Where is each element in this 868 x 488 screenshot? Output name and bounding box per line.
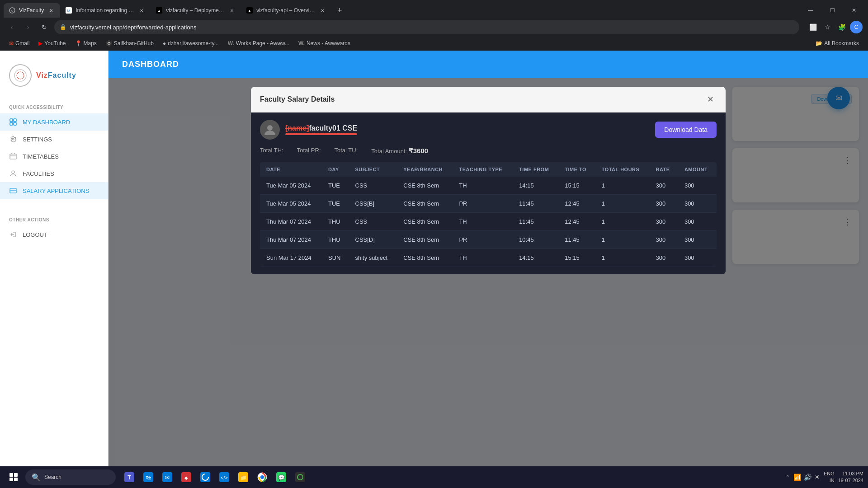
download-data-button[interactable]: Download Data — [655, 122, 717, 138]
cell-time_to-2: 12:45 — [558, 213, 595, 231]
taskbar: 🔍 Search T 🛍 ✉ ◆ </> 📁 💬 — [0, 466, 868, 488]
salary-label: SALARY APPLICATIONS — [23, 188, 89, 194]
bookmark-gmail[interactable]: ✉ Gmail — [5, 39, 33, 48]
tab-gmail[interactable]: M Information regarding VizFacul... ✕ — [60, 3, 151, 18]
taskbar-explorer[interactable]: 📁 — [234, 468, 252, 486]
bookmark-github[interactable]: ⚙ Saifkhan-GitHub — [102, 39, 157, 48]
sidebar-item-logout[interactable]: LOGOUT — [0, 226, 108, 243]
close-button[interactable]: ✕ — [844, 3, 864, 18]
svg-rect-15 — [10, 154, 16, 159]
sidebar-item-timetables[interactable]: TIMETABLES — [0, 148, 108, 165]
col-time-from: TIME FROM — [513, 162, 558, 177]
taskbar-vscode[interactable]: </> — [215, 468, 233, 486]
taskbar-teams[interactable]: T — [120, 468, 138, 486]
cell-day-0: TUE — [322, 177, 349, 195]
lock-icon: 🔒 — [60, 24, 66, 30]
logo-faculty: Faculty — [48, 71, 76, 79]
tab-deployment[interactable]: ▲ vizfaculty – Deployment Overvi... ✕ — [151, 3, 241, 18]
faculty-avatar — [260, 120, 280, 140]
cell-amount-0: 300 — [678, 177, 717, 195]
taskbar-app5[interactable] — [291, 468, 309, 486]
chevron-up-icon[interactable]: ⌃ — [786, 474, 790, 480]
bookmark-all[interactable]: 📂 All Bookmarks — [812, 39, 863, 48]
col-time-to: TIME TO — [558, 162, 595, 177]
tab-label-1: VizFaculty — [19, 7, 44, 14]
taskbar-right: ⌃ 📶 🔊 ☀ ENG IN 11:03 PM 19-07-2024 — [786, 470, 863, 484]
tab-close-2[interactable]: ✕ — [138, 7, 145, 14]
start-button[interactable] — [5, 468, 23, 486]
clock[interactable]: 11:03 PM 19-07-2024 — [838, 470, 863, 484]
svg-text:T: T — [127, 474, 131, 481]
tab-close-1[interactable]: ✕ — [47, 7, 55, 14]
svg-text:M: M — [67, 9, 71, 13]
profile-button[interactable]: C — [850, 21, 863, 33]
taskbar-store[interactable]: 🛍 — [139, 468, 157, 486]
win-square-3 — [9, 478, 13, 481]
svg-point-22 — [267, 125, 273, 131]
cell-date-2: Thu Mar 07 2024 — [260, 213, 322, 231]
maximize-button[interactable]: ☐ — [822, 3, 843, 18]
cell-amount-1: 300 — [678, 195, 717, 213]
tab-vizfaculty[interactable]: V VizFaculty ✕ — [4, 3, 60, 18]
taskbar-whatsapp[interactable]: 💬 — [272, 468, 290, 486]
cell-date-1: Tue Mar 05 2024 — [260, 195, 322, 213]
modal-title: Faculty Salary Details — [260, 95, 335, 103]
reload-button[interactable]: ↻ — [38, 21, 51, 33]
cell-subject-1: CSS[B] — [349, 195, 397, 213]
sidebar-item-faculties[interactable]: FACULTIES — [0, 165, 108, 182]
taskbar-edge[interactable] — [196, 468, 214, 486]
taskbar-search[interactable]: 🔍 Search — [25, 469, 116, 485]
bookmark-maps[interactable]: 📍 Maps — [71, 39, 100, 48]
cell-teaching_type-1: PR — [453, 195, 513, 213]
cell-total_hours-3: 1 — [595, 231, 650, 249]
sidebar-item-dashboard[interactable]: MY DASHBOARD — [0, 113, 108, 131]
svg-point-37 — [260, 475, 264, 479]
tab-close-3[interactable]: ✕ — [228, 7, 236, 14]
sidebar-item-salary[interactable]: SALARY APPLICATIONS — [0, 182, 108, 199]
taskbar-mail[interactable]: ✉ — [158, 468, 176, 486]
taskbar-chrome[interactable] — [253, 468, 271, 486]
settings-icon — [9, 135, 17, 143]
tab-api[interactable]: ▲ vizfaculty-api – Overview – Ver... ✕ — [241, 3, 331, 18]
cell-day-2: THU — [322, 213, 349, 231]
cell-time_to-1: 12:45 — [558, 195, 595, 213]
forward-button[interactable]: › — [22, 21, 34, 33]
bookmarks-bar: ✉ Gmail ▶ YouTube 📍 Maps ⚙ Saifkhan-GitH… — [0, 36, 868, 51]
sidebar-item-settings[interactable]: SETTINGS — [0, 131, 108, 148]
bookmark-awesome[interactable]: ● dzharii/awesome-ty... — [159, 39, 222, 48]
cell-teaching_type-4: TH — [453, 249, 513, 267]
star-button[interactable]: ☆ — [821, 21, 834, 33]
svg-text:▲: ▲ — [248, 9, 252, 13]
new-tab-button[interactable]: + — [333, 4, 346, 17]
col-rate: RATE — [649, 162, 678, 177]
bookmark-youtube[interactable]: ▶ YouTube — [35, 39, 69, 48]
modal-close-button[interactable]: ✕ — [704, 93, 717, 106]
extension-button[interactable]: 🧩 — [835, 21, 848, 33]
svg-text:🛍: 🛍 — [146, 474, 151, 481]
search-icon: 🔍 — [32, 473, 41, 482]
bookmark-youtube-label: YouTube — [44, 40, 66, 47]
salary-table-wrapper[interactable]: DATE DAY SUBJECT YEAR/BRANCH TEACHING TY… — [260, 162, 717, 267]
time-display[interactable]: ENG IN — [824, 470, 835, 484]
svg-text:✉: ✉ — [165, 474, 170, 481]
total-th-label: Total TH: — [260, 147, 283, 155]
taskbar-app4[interactable]: ◆ — [177, 468, 195, 486]
bookmark-works[interactable]: W. Works Page - Awww... — [224, 39, 293, 48]
bookmark-news-label: News - Awwwards — [307, 40, 350, 47]
minimize-button[interactable]: — — [800, 3, 821, 18]
back-button[interactable]: ‹ — [5, 21, 18, 33]
tab-close-4[interactable]: ✕ — [319, 7, 326, 14]
cell-total_hours-0: 1 — [595, 177, 650, 195]
svg-rect-13 — [14, 122, 16, 125]
svg-rect-12 — [10, 122, 13, 125]
screenshot-button[interactable]: ⬜ — [807, 21, 819, 33]
cell-time_from-4: 14:15 — [513, 249, 558, 267]
cell-time_to-0: 15:15 — [558, 177, 595, 195]
bookmark-news[interactable]: W. News - Awwwards — [295, 39, 354, 48]
address-bar[interactable]: 🔒 vizfaculty.vercel.app/dept/forwarded-a… — [54, 20, 799, 34]
faculty-name: [name]faculty01 CSE — [285, 124, 357, 135]
svg-text:</>: </> — [221, 475, 228, 480]
cell-time_to-3: 11:45 — [558, 231, 595, 249]
table-row: Tue Mar 05 2024TUECSSCSE 8th SemTH14:151… — [260, 177, 717, 195]
faculty-info-row: [name]faculty01 CSE Download Data — [260, 120, 717, 140]
